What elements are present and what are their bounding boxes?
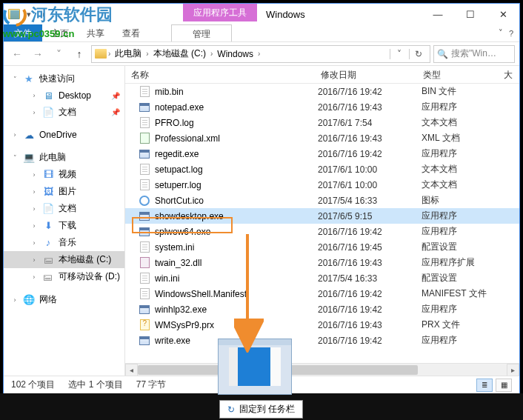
file-prx-icon — [140, 319, 150, 330]
column-header-name[interactable]: 名称 — [125, 66, 315, 83]
ribbon-tab-view[interactable]: 查看 — [113, 24, 149, 41]
file-row[interactable]: WindowsShell.Manifest2016/7/16 19:42MANI… — [125, 286, 519, 301]
file-row[interactable]: twain_32.dll2016/7/16 19:43应用程序扩展 — [125, 255, 519, 270]
breadcrumb-pc[interactable]: 此电脑 — [112, 46, 144, 61]
maximize-button[interactable]: ☐ — [454, 4, 487, 24]
chevron-icon[interactable]: › — [11, 131, 19, 139]
pc-icon: 💻 — [23, 152, 35, 164]
minimize-button[interactable]: — — [422, 4, 454, 24]
breadcrumb-drive-c[interactable]: 本地磁盘 (C:) — [150, 46, 209, 61]
scroll-track[interactable] — [138, 364, 507, 376]
status-item-count: 102 个项目 — [11, 379, 55, 391]
chevron-icon[interactable]: › — [30, 222, 38, 230]
chevron-icon[interactable]: › — [30, 256, 38, 264]
sidebar-item-文档[interactable]: ›📄文档📌 — [4, 104, 124, 121]
sidebar-item-快速访问[interactable]: ˅★快速访问 — [4, 70, 124, 87]
address-dropdown-icon[interactable]: ˅ — [390, 49, 407, 59]
chevron-right-icon[interactable]: › — [146, 50, 148, 58]
sidebar-item-视频[interactable]: ›🎞视频 — [4, 166, 124, 183]
pin-tooltip: ↻ 固定到 任务栏 — [219, 400, 303, 419]
sidebar-item-下载[interactable]: ›⬇下载 — [4, 217, 124, 234]
file-row[interactable]: win.ini2017/5/4 16:33配置设置 — [125, 270, 519, 286]
scroll-right-button[interactable]: ▸ — [507, 364, 519, 376]
sidebar-item-OneDrive[interactable]: ›☁OneDrive — [4, 127, 124, 143]
file-ini-icon — [140, 241, 150, 253]
file-row[interactable]: Professional.xml2016/7/16 19:43XML 文档 — [125, 130, 519, 146]
sidebar-item-文档[interactable]: ›📄文档 — [4, 200, 124, 217]
address-bar[interactable]: › 此电脑 › 本地磁盘 (C:) › Windows › ˅ ↻ — [91, 45, 430, 63]
sidebar-item-Desktop[interactable]: ›🖥Desktop📌 — [4, 87, 124, 104]
chevron-right-icon[interactable]: › — [108, 50, 110, 58]
sidebar-item-图片[interactable]: ›🖼图片 — [4, 183, 124, 200]
chevron-right-icon[interactable]: › — [210, 50, 213, 58]
chevron-icon[interactable]: › — [30, 171, 38, 179]
window-icon[interactable] — [8, 9, 20, 19]
file-row[interactable]: winhlp32.exe2016/7/16 19:42应用程序 — [125, 301, 519, 317]
ribbon-help-icon[interactable]: ? — [509, 29, 513, 38]
column-header-size[interactable]: 大 — [498, 66, 519, 83]
view-icons-button[interactable]: ▦ — [496, 379, 512, 392]
ribbon-tab-share[interactable]: 共享 — [78, 24, 113, 41]
nav-up-button[interactable]: ↑ — [70, 45, 88, 63]
nav-recent-dropdown[interactable]: ˅ — [50, 45, 67, 63]
refresh-button[interactable]: ↻ — [409, 49, 427, 59]
file-date: 2016/7/16 19:43 — [318, 258, 422, 268]
file-row[interactable]: write.exe2016/7/16 19:42应用程序 — [125, 333, 519, 348]
file-row[interactable]: mib.bin2016/7/16 19:42BIN 文件 — [125, 84, 519, 99]
chevron-icon[interactable]: ˅ — [11, 76, 19, 83]
contextual-tab-app-tools[interactable]: 应用程序工具 — [183, 4, 257, 21]
chevron-icon[interactable]: › — [30, 239, 38, 247]
sidebar-item-本地磁盘 (C:)[interactable]: ›🖴本地磁盘 (C:) — [4, 251, 124, 268]
file-row[interactable]: setupact.log2017/6/1 10:00文本文档 — [125, 161, 519, 177]
ribbon-expand-icon[interactable]: ˅ — [499, 28, 503, 38]
ribbon-tab-manage[interactable]: 管理 — [171, 24, 232, 41]
qat-overflow[interactable]: ▾ — [38, 10, 50, 19]
chevron-icon[interactable]: › — [30, 109, 38, 116]
chevron-icon[interactable]: › — [30, 273, 38, 281]
sidebar-item-音乐[interactable]: ›♪音乐 — [4, 234, 124, 251]
cloud-icon: ☁ — [23, 129, 35, 141]
file-name: setupact.log — [155, 164, 203, 175]
ribbon-file-tab[interactable]: 文件 — [4, 24, 42, 41]
file-exe-icon — [139, 227, 150, 236]
file-row[interactable]: regedit.exe2016/7/16 19:42应用程序 — [125, 146, 519, 161]
chevron-icon[interactable]: › — [30, 205, 38, 213]
music-icon: ♪ — [42, 237, 54, 249]
close-button[interactable]: ✕ — [487, 4, 519, 24]
file-date: 2017/5/4 16:33 — [318, 196, 422, 206]
ribbon-tab-home[interactable]: 主页 — [42, 24, 78, 41]
chevron-icon[interactable]: › — [11, 296, 19, 304]
nav-back-button[interactable]: ← — [8, 45, 26, 63]
qat-dropdown[interactable]: ▾ — [23, 10, 35, 19]
column-header-date[interactable]: 修改日期 — [315, 66, 417, 83]
horizontal-scrollbar[interactable]: ◂ ▸ — [125, 363, 519, 376]
nav-forward-button[interactable]: → — [29, 45, 47, 63]
file-row[interactable]: notepad.exe2016/7/16 19:43应用程序 — [125, 99, 519, 115]
file-row[interactable]: showdesktop.exe2017/6/5 9:15应用程序 — [125, 208, 519, 224]
chevron-icon[interactable]: › — [30, 92, 38, 99]
chevron-icon[interactable]: ˅ — [11, 154, 19, 161]
file-row[interactable]: ShortCut.ico2017/5/4 16:33图标 — [125, 193, 519, 208]
file-row[interactable]: PFRO.log2017/6/1 7:54文本文档 — [125, 115, 519, 130]
chevron-icon[interactable]: › — [30, 188, 38, 196]
sidebar-item-此电脑[interactable]: ˅💻此电脑 — [4, 149, 124, 166]
file-date: 2017/5/4 16:33 — [318, 273, 422, 284]
file-row[interactable]: splwow64.exe2016/7/16 19:42应用程序 — [125, 224, 519, 239]
file-row[interactable]: setuperr.log2017/6/1 10:00文本文档 — [125, 177, 519, 193]
sidebar-item-网络[interactable]: ›🌐网络 — [4, 291, 124, 308]
sidebar-item-label: 可移动设备 (D:) — [59, 270, 120, 283]
view-details-button[interactable]: ≣ — [476, 379, 493, 392]
breadcrumb-windows[interactable]: Windows — [214, 47, 256, 61]
chevron-right-icon[interactable]: › — [258, 50, 260, 58]
sidebar-item-可移动设备 (D:)[interactable]: ›🖴可移动设备 (D:) — [4, 268, 124, 285]
file-name: winhlp32.exe — [155, 304, 207, 315]
doc-icon: 📄 — [42, 203, 54, 215]
file-row[interactable]: system.ini2016/7/16 19:45配置设置 — [125, 239, 519, 255]
file-type: BIN 文件 — [422, 85, 503, 98]
column-header-type[interactable]: 类型 — [417, 66, 498, 83]
scroll-left-button[interactable]: ◂ — [125, 364, 138, 376]
file-list[interactable]: mib.bin2016/7/16 19:42BIN 文件notepad.exe2… — [125, 84, 519, 363]
file-type: 应用程序 — [422, 225, 503, 238]
search-input[interactable]: 🔍 搜索"Win… — [433, 45, 515, 63]
file-row[interactable]: WMSysPr9.prx2016/7/16 19:43PRX 文件 — [125, 317, 519, 333]
